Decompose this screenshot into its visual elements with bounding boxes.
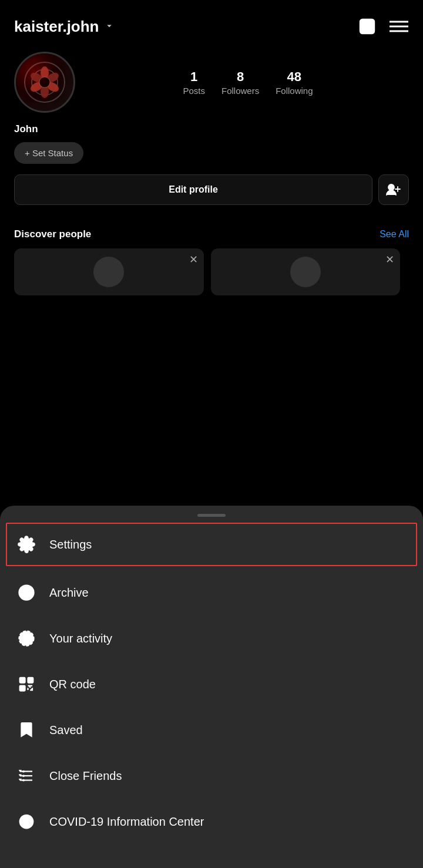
archive-icon bbox=[16, 583, 36, 603]
profile-section: 1 Posts 8 Followers 48 Following John + … bbox=[0, 46, 423, 228]
posts-stat[interactable]: 1 Posts bbox=[183, 69, 205, 96]
menu-item-close-friends[interactable]: Close Friends bbox=[0, 753, 423, 799]
svg-point-15 bbox=[388, 184, 394, 190]
menu-saved-label: Saved bbox=[49, 724, 83, 737]
discover-card-2: ✕ bbox=[211, 248, 401, 295]
posts-count: 1 bbox=[190, 69, 197, 85]
followers-count: 8 bbox=[237, 69, 244, 85]
hamburger-icon[interactable] bbox=[389, 16, 409, 36]
svg-point-30 bbox=[22, 771, 25, 773]
header: kaister.john bbox=[0, 0, 423, 46]
followers-stat[interactable]: 8 Followers bbox=[221, 69, 259, 96]
discover-title: Discover people bbox=[14, 228, 91, 240]
add-friend-button[interactable] bbox=[378, 174, 409, 205]
stats-row: 1 Posts 8 Followers 48 Following bbox=[87, 69, 409, 96]
menu-item-qrcode[interactable]: QR code bbox=[0, 661, 423, 707]
menu-item-saved[interactable]: Saved bbox=[0, 707, 423, 753]
dismiss-card-1[interactable]: ✕ bbox=[189, 253, 198, 266]
gear-icon bbox=[16, 534, 36, 554]
svg-rect-26 bbox=[21, 687, 24, 689]
action-row: Edit profile bbox=[14, 174, 409, 205]
activity-icon bbox=[16, 628, 36, 648]
bottom-sheet: Settings Archive Your activity bbox=[0, 506, 423, 868]
see-all-link[interactable]: See All bbox=[380, 229, 409, 240]
svg-rect-24 bbox=[21, 679, 24, 681]
following-label: Following bbox=[276, 86, 313, 96]
discover-avatar-2 bbox=[290, 257, 321, 287]
qr-icon bbox=[16, 674, 36, 694]
menu-item-settings[interactable]: Settings bbox=[5, 522, 418, 567]
profile-name: John bbox=[14, 123, 409, 135]
chevron-down-icon bbox=[104, 21, 115, 34]
close-friends-icon bbox=[16, 766, 36, 786]
following-count: 48 bbox=[287, 69, 301, 85]
username-text: kaister.john bbox=[14, 18, 99, 36]
svg-point-32 bbox=[22, 779, 25, 782]
avatar[interactable] bbox=[14, 52, 75, 113]
followers-label: Followers bbox=[221, 86, 259, 96]
set-status-label: + Set Status bbox=[25, 148, 73, 158]
svg-point-14 bbox=[39, 77, 50, 88]
discover-section: Discover people See All ✕ ✕ bbox=[0, 228, 423, 295]
set-status-button[interactable]: + Set Status bbox=[14, 142, 83, 164]
menu-item-covid[interactable]: COVID-19 Information Center bbox=[0, 799, 423, 845]
following-stat[interactable]: 48 Following bbox=[276, 69, 313, 96]
svg-point-31 bbox=[22, 775, 25, 777]
sheet-handle[interactable] bbox=[197, 514, 226, 517]
posts-label: Posts bbox=[183, 86, 205, 96]
header-icons bbox=[357, 16, 409, 36]
menu-qrcode-label: QR code bbox=[49, 678, 96, 691]
saved-icon bbox=[16, 720, 36, 740]
discover-card-1: ✕ bbox=[14, 248, 204, 295]
edit-profile-label: Edit profile bbox=[169, 184, 218, 194]
username-area[interactable]: kaister.john bbox=[14, 18, 115, 36]
add-post-icon[interactable] bbox=[357, 16, 377, 36]
edit-profile-button[interactable]: Edit profile bbox=[14, 174, 372, 205]
discover-header: Discover people See All bbox=[14, 228, 409, 240]
discover-cards: ✕ ✕ bbox=[14, 248, 409, 295]
menu-archive-label: Archive bbox=[49, 586, 89, 600]
menu-activity-label: Your activity bbox=[49, 632, 112, 645]
discover-avatar-1 bbox=[93, 257, 124, 287]
menu-item-archive[interactable]: Archive bbox=[0, 570, 423, 615]
profile-top: 1 Posts 8 Followers 48 Following bbox=[14, 52, 409, 113]
menu-item-activity[interactable]: Your activity bbox=[0, 615, 423, 661]
covid-icon bbox=[16, 812, 36, 832]
menu-settings-label: Settings bbox=[49, 538, 92, 551]
dismiss-card-2[interactable]: ✕ bbox=[385, 253, 394, 266]
menu-close-friends-label: Close Friends bbox=[49, 769, 122, 783]
svg-rect-25 bbox=[29, 679, 32, 681]
menu-covid-label: COVID-19 Information Center bbox=[49, 815, 204, 829]
